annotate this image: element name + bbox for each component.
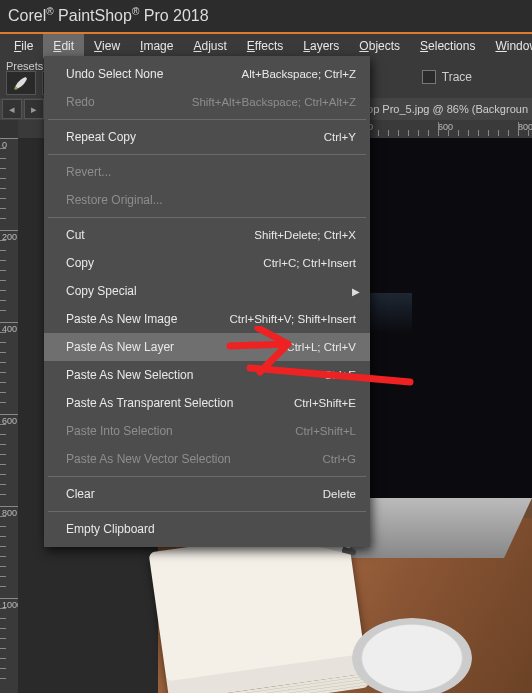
menu-item-shortcut: Shift+Alt+Backspace; Ctrl+Alt+Z xyxy=(192,96,356,108)
nav-fwd-button[interactable]: ▸ xyxy=(24,99,44,119)
menu-item-redo: RedoShift+Alt+Backspace; Ctrl+Alt+Z xyxy=(44,88,370,116)
menu-item-label: Copy Special xyxy=(66,284,356,298)
trace-label: Trace xyxy=(442,70,472,84)
menu-separator xyxy=(48,476,366,477)
menu-item-shortcut: Ctrl+C; Ctrl+Insert xyxy=(263,257,356,269)
menu-item-label: Paste As New Vector Selection xyxy=(66,452,322,466)
presets-label: Presets: xyxy=(6,60,46,72)
menu-item-paste-as-new-image[interactable]: Paste As New ImageCtrl+Shift+V; Shift+In… xyxy=(44,305,370,333)
menu-item-clear[interactable]: ClearDelete xyxy=(44,480,370,508)
preset-brush-swatch[interactable] xyxy=(6,71,36,95)
nav-back-button[interactable]: ◂ xyxy=(2,99,22,119)
submenu-arrow-icon: ▶ xyxy=(352,286,360,297)
menu-separator xyxy=(48,119,366,120)
menu-objects[interactable]: Objects xyxy=(349,34,410,58)
menu-item-shortcut: Ctrl+Y xyxy=(324,131,356,143)
menu-item-label: Repeat Copy xyxy=(66,130,324,144)
menu-separator xyxy=(48,154,366,155)
menu-item-revert: Revert... xyxy=(44,158,370,186)
trace-checkbox[interactable] xyxy=(422,70,436,84)
menu-item-repeat-copy[interactable]: Repeat CopyCtrl+Y xyxy=(44,123,370,151)
menu-item-label: Copy xyxy=(66,256,263,270)
trace-option[interactable]: Trace xyxy=(422,70,472,84)
menu-item-paste-into-selection: Paste Into SelectionCtrl+Shift+L xyxy=(44,417,370,445)
menu-item-label: Paste As New Image xyxy=(66,312,230,326)
menu-item-label: Redo xyxy=(66,95,192,109)
menu-item-shortcut: Shift+Delete; Ctrl+X xyxy=(254,229,356,241)
menu-selections[interactable]: Selections xyxy=(410,34,485,58)
ruler-h-label: 800 xyxy=(518,122,532,132)
menu-item-paste-as-new-selection[interactable]: Paste As New SelectionCtrl+E xyxy=(44,361,370,389)
ruler-vertical: 02004006008001000 xyxy=(0,138,18,693)
edit-menu-dropdown: Undo Select NoneAlt+Backspace; Ctrl+ZRed… xyxy=(44,56,370,547)
menu-separator xyxy=(48,217,366,218)
menu-item-shortcut: Ctrl+E xyxy=(324,369,356,381)
menu-item-label: Cut xyxy=(66,228,254,242)
menu-item-label: Paste As New Layer xyxy=(66,340,286,354)
menu-item-empty-clipboard[interactable]: Empty Clipboard xyxy=(44,515,370,543)
menu-item-label: Paste As Transparent Selection xyxy=(66,396,294,410)
menu-item-shortcut: Ctrl+Shift+V; Shift+Insert xyxy=(230,313,356,325)
menu-item-shortcut: Alt+Backspace; Ctrl+Z xyxy=(242,68,356,80)
menu-item-shortcut: Ctrl+Shift+L xyxy=(295,425,356,437)
menu-item-label: Paste Into Selection xyxy=(66,424,295,438)
menu-view[interactable]: View xyxy=(84,34,130,58)
menu-item-label: Clear xyxy=(66,487,323,501)
menu-item-shortcut: Ctrl+G xyxy=(322,453,356,465)
menu-adjust[interactable]: Adjust xyxy=(183,34,236,58)
menu-item-undo-select-none[interactable]: Undo Select NoneAlt+Backspace; Ctrl+Z xyxy=(44,60,370,88)
menu-item-paste-as-transparent-selection[interactable]: Paste As Transparent SelectionCtrl+Shift… xyxy=(44,389,370,417)
menu-item-shortcut: Ctrl+Shift+E xyxy=(294,397,356,409)
menu-item-label: Paste As New Selection xyxy=(66,368,324,382)
menu-item-paste-as-new-vector-selection: Paste As New Vector SelectionCtrl+G xyxy=(44,445,370,473)
menu-item-shortcut: Ctrl+L; Ctrl+V xyxy=(286,341,356,353)
menu-item-copy[interactable]: CopyCtrl+C; Ctrl+Insert xyxy=(44,249,370,277)
document-tab-label[interactable]: op Pro_5.jpg @ 86% (Backgroun xyxy=(367,103,528,115)
menu-item-label: Restore Original... xyxy=(66,193,356,207)
menu-item-restore-original: Restore Original... xyxy=(44,186,370,214)
menu-window[interactable]: Window xyxy=(485,34,532,58)
menu-item-paste-as-new-layer[interactable]: Paste As New LayerCtrl+L; Ctrl+V xyxy=(44,333,370,361)
titlebar: Corel® PaintShop® Pro 2018 xyxy=(0,0,532,32)
menu-layers[interactable]: Layers xyxy=(293,34,349,58)
menu-effects[interactable]: Effects xyxy=(237,34,293,58)
menu-image[interactable]: Image xyxy=(130,34,183,58)
menu-item-shortcut: Delete xyxy=(323,488,356,500)
menu-edit[interactable]: Edit xyxy=(43,34,84,58)
menu-item-cut[interactable]: CutShift+Delete; Ctrl+X xyxy=(44,221,370,249)
menu-file[interactable]: File xyxy=(4,34,43,58)
ruler-h-label: 600 xyxy=(438,122,453,132)
app-title: Corel® PaintShop® Pro 2018 xyxy=(8,6,209,25)
menubar: FileEditViewImageAdjustEffectsLayersObje… xyxy=(0,34,532,58)
menu-separator xyxy=(48,511,366,512)
menu-item-copy-special[interactable]: Copy Special▶ xyxy=(44,277,370,305)
menu-item-label: Empty Clipboard xyxy=(66,522,356,536)
brush-icon xyxy=(12,74,30,92)
svg-point-0 xyxy=(14,87,17,90)
menu-item-label: Undo Select None xyxy=(66,67,242,81)
menu-item-label: Revert... xyxy=(66,165,356,179)
